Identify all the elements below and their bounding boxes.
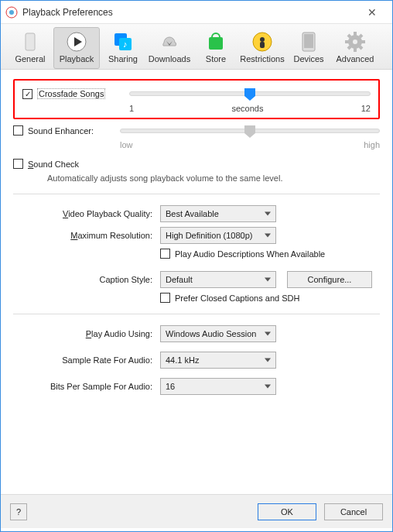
devices-icon — [302, 32, 316, 52]
prefer-cc-label: Prefer Closed Captions and SDH — [175, 293, 299, 303]
ok-button[interactable]: OK — [258, 503, 316, 520]
svg-line-24 — [348, 46, 350, 49]
sharing-icon: ♪ — [113, 32, 133, 52]
cancel-button[interactable]: Cancel — [324, 503, 383, 520]
app-icon — [5, 6, 18, 19]
separator — [13, 314, 380, 314]
crossfade-checkbox[interactable] — [22, 89, 32, 99]
enhancer-low: low — [120, 140, 133, 149]
bits-per-sample-label: Bits Per Sample For Audio: — [13, 382, 160, 391]
tab-label: General — [8, 54, 53, 63]
title-bar: Playback Preferences ✕ — [1, 1, 392, 24]
sample-rate-select[interactable]: 44.1 kHz — [160, 352, 276, 369]
tab-sharing[interactable]: ♪ Sharing — [100, 27, 146, 69]
tab-label: Restrictions — [240, 54, 285, 63]
svg-marker-25 — [244, 88, 255, 101]
configure-button[interactable]: Configure... — [287, 271, 372, 288]
tab-label: Sharing — [101, 54, 145, 63]
tab-label: Store — [193, 54, 238, 63]
audio-descriptions-label: Play Audio Descriptions When Available — [175, 249, 325, 259]
sound-enhancer-label: Sound Enhancer: — [28, 126, 94, 136]
slider-thumb-icon — [244, 125, 255, 138]
sound-check-label: Sound Check — [28, 160, 79, 169]
caption-style-select[interactable]: Default — [160, 271, 276, 288]
svg-point-16 — [353, 39, 357, 44]
play-audio-using-select[interactable]: Windows Audio Session — [160, 325, 276, 342]
footer: ? OK Cancel — [1, 494, 392, 528]
audio-descriptions-checkbox[interactable] — [160, 249, 170, 259]
crossfade-slider[interactable] — [129, 91, 371, 96]
caption-style-label: Caption Style: — [13, 275, 160, 284]
content-area: Crossfade Songs 1 seconds 12 Sound Enhan… — [1, 70, 392, 528]
prefer-cc-checkbox[interactable] — [160, 293, 170, 303]
sample-rate-label: Sample Rate For Audio: — [13, 355, 160, 365]
tab-general[interactable]: General — [7, 27, 53, 69]
svg-rect-14 — [304, 34, 313, 48]
help-button[interactable]: ? — [10, 503, 27, 520]
svg-line-21 — [348, 35, 350, 37]
crossfade-max: 12 — [361, 104, 371, 113]
tab-label: Advanced — [333, 54, 378, 63]
window-title: Playback Preferences — [22, 7, 357, 18]
svg-marker-26 — [244, 125, 255, 138]
crossfade-label: Crossfade Songs — [37, 88, 105, 99]
store-icon — [207, 33, 224, 51]
video-quality-select[interactable]: Best Available — [160, 205, 276, 222]
crossfade-unit: seconds — [134, 104, 361, 113]
downloads-icon — [159, 32, 179, 52]
slider-thumb-icon — [244, 88, 255, 101]
play-audio-using-label: Play Audio Using: — [13, 329, 160, 338]
svg-point-11 — [260, 37, 265, 42]
tab-label: Downloads — [147, 54, 192, 63]
highlight-box: Crossfade Songs 1 seconds 12 — [13, 79, 380, 119]
tab-advanced[interactable]: Advanced — [332, 27, 378, 69]
tab-restrictions[interactable]: Restrictions — [239, 27, 285, 69]
toolbar: General Playback ♪ Sharing Downloads Sto… — [1, 24, 392, 70]
general-icon — [22, 33, 38, 51]
sound-check-desc: Automatically adjusts song playback volu… — [13, 173, 380, 183]
advanced-icon — [345, 32, 365, 52]
sound-check-checkbox[interactable] — [13, 159, 23, 169]
svg-point-1 — [9, 10, 14, 15]
video-quality-label: Video Playback Quality: — [13, 209, 160, 218]
enhancer-high: high — [364, 140, 380, 149]
max-resolution-select[interactable]: High Definition (1080p) — [160, 227, 276, 244]
tab-devices[interactable]: Devices — [285, 27, 332, 69]
svg-rect-9 — [209, 37, 223, 50]
playback-icon — [67, 32, 87, 52]
tab-playback[interactable]: Playback — [53, 27, 100, 69]
svg-rect-2 — [26, 33, 35, 50]
max-resolution-label: Maximum Resolution: — [13, 231, 160, 240]
svg-line-23 — [360, 35, 362, 37]
svg-text:♪: ♪ — [123, 39, 128, 49]
restrictions-icon — [252, 32, 272, 52]
svg-rect-12 — [260, 42, 265, 48]
tab-label: Playback — [54, 54, 99, 63]
tab-label: Devices — [286, 54, 331, 63]
tab-store[interactable]: Store — [193, 27, 239, 69]
sound-enhancer-checkbox[interactable] — [13, 125, 23, 136]
separator — [13, 194, 380, 194]
svg-line-22 — [360, 46, 362, 49]
bits-per-sample-select[interactable]: 16 — [160, 378, 276, 395]
tab-downloads[interactable]: Downloads — [146, 27, 193, 69]
sound-enhancer-slider[interactable] — [120, 129, 380, 133]
close-button[interactable]: ✕ — [357, 2, 388, 23]
